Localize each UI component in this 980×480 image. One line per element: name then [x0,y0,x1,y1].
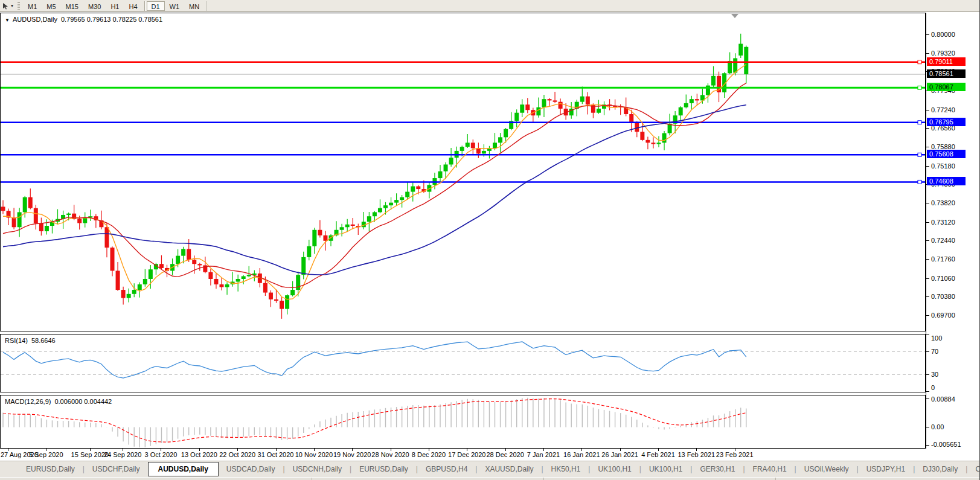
candle-body [493,142,497,148]
candle [487,146,492,159]
timeframe-button-m15[interactable]: M15 [61,1,83,11]
candle [34,205,38,229]
candle [525,98,530,113]
current-price-badge: 0.78561 [927,69,966,78]
candle [378,199,382,213]
chart-tab-dj30-daily[interactable]: DJ30,Daily [915,462,966,476]
price-tick-mark [926,147,929,147]
chart-tool-icon[interactable] [1,1,10,11]
timeframe-button-m5[interactable]: M5 [42,1,60,11]
candle [367,212,371,231]
candle-body [635,123,639,132]
main-chart-panel[interactable]: ▼AUDUSD,Daily0.79565 0.79613 0.78225 0.7… [0,13,926,331]
chart-tab-eurusd-daily[interactable]: EURUSD,Daily [351,462,416,476]
hline-handle[interactable] [918,60,921,64]
date-label: 7 Jan 2021 [527,451,560,458]
candle-body [285,295,289,309]
candle [340,224,344,237]
candle [220,278,224,290]
timeframe-button-h4[interactable]: H4 [124,1,142,11]
candle [269,290,273,307]
candle-body [225,284,229,287]
candle [520,99,524,117]
hline-handle[interactable] [918,153,921,156]
candle-body [181,249,185,255]
candle [711,66,716,88]
chart-tab-usoil-weekly[interactable]: USOil,Weekly [796,462,857,476]
rsi-value: 58.6646 [31,337,56,344]
candle [356,223,360,235]
chart-tab-fra40-h1[interactable]: FRA40,H1 [745,462,795,476]
candle [208,269,213,286]
candle [536,97,540,117]
candle-body [383,205,388,208]
rsi-tick-label: 100 [931,334,942,342]
timeframe-button-m1[interactable]: M1 [23,1,42,11]
candle [18,208,22,237]
chart-tab-uk100-h1[interactable]: UK100,H1 [641,462,690,476]
candle [242,275,246,284]
chart-tab-eurusd-daily[interactable]: EURUSD,Daily [18,462,83,476]
chart-tab-usdcad-daily[interactable]: USDCAD,Daily [219,462,283,476]
chart-tab-xauusd-daily[interactable]: XAUUSD,Daily [477,462,541,476]
hline-handle[interactable] [918,86,921,89]
candle-body [695,99,699,100]
candle-body [45,226,49,231]
timeframe-button-mn[interactable]: MN [184,1,204,11]
dropdown-arrow-icon[interactable]: ▾ [11,3,13,8]
candle-body [416,187,420,190]
hline-handle[interactable] [918,180,921,184]
price-tick-label: 0.73820 [931,199,955,206]
candle-body [525,104,530,110]
candle [94,214,98,228]
chart-tab-usdcnh-daily[interactable]: USDCNH,Daily [285,462,350,476]
macd-canvas[interactable] [1,395,925,448]
macd-panel[interactable]: MACD(12,26,9)0.006000 0.004442 [0,395,926,449]
candle [728,53,732,75]
candle [132,283,136,297]
candle [438,165,443,182]
candle [362,212,366,229]
date-label: 8 Dec 2020 [412,451,446,458]
date-label: 3 Oct 2020 [145,451,178,458]
candle [143,269,147,287]
candle-body [214,279,218,284]
candle [635,121,639,138]
chart-tab-gbpusd-h4[interactable]: GBPUSD,H4 [418,462,475,476]
toolbar-grip-handle[interactable] [18,2,20,10]
chart-tab-ger30-h1[interactable]: GER30,H1 [692,462,743,476]
rsi-line [3,342,746,378]
chart-tab-usdjpy-h1[interactable]: USDJPY,H1 [859,462,913,476]
rsi-panel[interactable]: RSI(14)58.6646 [0,334,926,392]
candle-body [274,299,278,301]
hline-handle[interactable] [918,121,921,124]
candle [597,100,601,114]
candle [684,94,688,108]
chart-shift-marker-icon[interactable] [731,14,738,18]
chart-tab-china300-h1[interactable]: CHINA300,H1 [967,462,980,476]
candle-body [23,197,27,213]
macd-values: 0.006000 0.004442 [54,398,112,405]
chart-tab-audusd-daily[interactable]: AUDUSD,Daily [148,462,219,476]
rsi-canvas[interactable] [1,334,925,392]
candle-body [18,212,22,227]
candle [296,272,300,296]
timeframe-button-d1[interactable]: D1 [147,1,165,11]
timeframe-button-h1[interactable]: H1 [106,1,124,11]
macd-tick-mark [926,445,929,446]
rsi-header: RSI(14)58.6646 [5,337,56,344]
candle-body [449,158,453,164]
candle [61,211,65,229]
chart-tab-hk50-h1[interactable]: HK50,H1 [543,462,589,476]
timeframe-button-w1[interactable]: W1 [165,1,185,11]
chart-tab-uk100-h1[interactable]: UK100,H1 [590,462,639,476]
candle-body [378,208,382,213]
candle-body [296,275,300,290]
candle [116,262,120,291]
candle [231,272,235,286]
chart-tab-usdchf-daily[interactable]: USDCHF,Daily [85,462,148,476]
timeframe-button-m30[interactable]: M30 [83,1,106,11]
main-chart-canvas[interactable] [1,13,925,331]
candle-body [597,109,601,113]
collapse-chart-icon[interactable]: ▼ [5,18,10,23]
